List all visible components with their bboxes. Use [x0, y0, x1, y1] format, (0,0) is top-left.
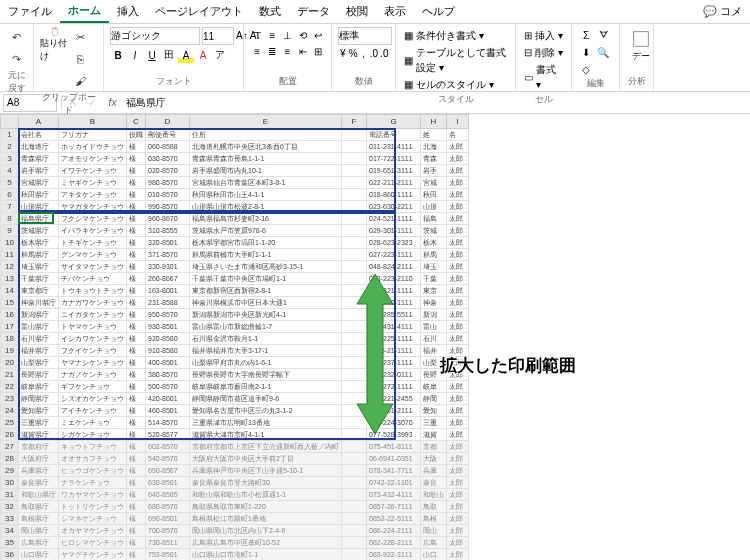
cell[interactable]: 山口県庁 — [19, 549, 59, 561]
insert-cells-button[interactable]: ⊞挿入 ▾ — [522, 27, 565, 44]
currency-button[interactable]: ¥ — [338, 45, 347, 61]
cell[interactable]: 太郎 — [447, 237, 469, 249]
cell[interactable]: 083-922-3111 — [367, 549, 421, 561]
cell[interactable]: シズオカケンチョウ — [59, 393, 127, 405]
dec-decimal-button[interactable]: .0 — [380, 45, 389, 61]
cell[interactable]: 岩手県庁 — [19, 165, 59, 177]
cell[interactable]: 栃木県庁 — [19, 237, 59, 249]
cell[interactable]: 山形県庁 — [19, 201, 59, 213]
cell[interactable] — [342, 129, 367, 141]
cut-button[interactable]: ✂ — [70, 27, 90, 47]
cell[interactable]: ヒロシマケンチョウ — [59, 537, 127, 549]
cell[interactable]: 静岡 — [421, 393, 447, 405]
cell[interactable]: 060-8588 — [146, 141, 190, 153]
cell[interactable]: 076-225-1111 — [367, 333, 421, 345]
cell[interactable]: 520-8577 — [146, 429, 190, 441]
cell[interactable]: 様 — [127, 357, 146, 369]
cell[interactable]: ワカヤマケンチョウ — [59, 489, 127, 501]
cell[interactable] — [342, 237, 367, 249]
row-header[interactable]: 1 — [1, 129, 19, 141]
cell[interactable]: 兵庫県神戸市中央区下山手通5-10-1 — [190, 465, 342, 477]
cell[interactable]: 058-272-1111 — [367, 381, 421, 393]
border-button[interactable]: 田 — [161, 47, 177, 63]
cell[interactable]: 石川県金沢市鞍月1-1 — [190, 333, 342, 345]
percent-button[interactable]: % — [348, 45, 357, 61]
tab-data[interactable]: データ — [289, 1, 338, 22]
cell[interactable] — [342, 405, 367, 417]
cell[interactable]: 086-224-2111 — [367, 525, 421, 537]
cell[interactable]: 371-8570 — [146, 249, 190, 261]
cell[interactable]: トヤマケンチョウ — [59, 321, 127, 333]
cell[interactable] — [342, 453, 367, 465]
cell[interactable]: 石川 — [421, 333, 447, 345]
number-format-select[interactable] — [338, 27, 392, 45]
cell[interactable]: 0776-21-1111 — [367, 345, 421, 357]
col-header-e[interactable]: E — [190, 115, 342, 129]
cell[interactable]: 和歌山 — [421, 489, 447, 501]
cell[interactable] — [342, 417, 367, 429]
tab-home[interactable]: ホーム — [60, 0, 109, 23]
cell[interactable]: 03-5321-1111 — [367, 285, 421, 297]
cell[interactable]: 奈良県庁 — [19, 477, 59, 489]
col-header-a[interactable]: A — [19, 115, 59, 129]
cell[interactable]: 和歌山県和歌山市小松原通1-1 — [190, 489, 342, 501]
underline-button[interactable]: U — [144, 47, 160, 63]
cell[interactable]: 三重 — [421, 417, 447, 429]
cell[interactable]: 新潟県新潟市中央区新光町4-1 — [190, 309, 342, 321]
cell[interactable] — [342, 393, 367, 405]
cell[interactable]: 山梨県甲府市丸の内1-6-1 — [190, 357, 342, 369]
cell[interactable]: 様 — [127, 549, 146, 561]
autosum-button[interactable]: Σ — [578, 27, 594, 43]
cell[interactable]: 0857-26-7111 — [367, 501, 421, 513]
cell[interactable]: 茨城県庁 — [19, 225, 59, 237]
cell[interactable]: 077-528-3993 — [367, 429, 421, 441]
cell[interactable]: 山形県山形市松波2-8-1 — [190, 201, 342, 213]
cell[interactable]: 福島県福島市杉妻町2-16 — [190, 213, 342, 225]
fill-color-button[interactable]: A — [178, 47, 194, 63]
cell[interactable]: 太郎 — [447, 549, 469, 561]
cell[interactable]: 太郎 — [447, 477, 469, 489]
cell[interactable]: 640-8585 — [146, 489, 190, 501]
cell[interactable]: オカヤマケンチョウ — [59, 525, 127, 537]
cell[interactable]: 048-824-2111 — [367, 261, 421, 273]
cell[interactable]: 様 — [127, 177, 146, 189]
cell[interactable]: 様 — [127, 453, 146, 465]
cell[interactable]: 様 — [127, 165, 146, 177]
cell[interactable]: 730-8511 — [146, 537, 190, 549]
cell[interactable]: 太郎 — [447, 501, 469, 513]
cell[interactable]: 023-630-2211 — [367, 201, 421, 213]
row-header[interactable]: 4 — [1, 165, 19, 177]
row-header[interactable]: 24 — [1, 405, 19, 417]
cell[interactable] — [342, 177, 367, 189]
col-header-f[interactable]: F — [342, 115, 367, 129]
align-middle-button[interactable]: ≡ — [265, 27, 279, 43]
cell[interactable]: 太郎 — [447, 189, 469, 201]
redo-button[interactable]: ↷ — [6, 49, 26, 69]
cell[interactable] — [342, 141, 367, 153]
cell[interactable]: イワテケンチョウ — [59, 165, 127, 177]
cell[interactable]: 滋賀 — [421, 429, 447, 441]
cell[interactable]: 太郎 — [447, 537, 469, 549]
cell[interactable]: 018-860-1111 — [367, 189, 421, 201]
cell[interactable]: 310-8555 — [146, 225, 190, 237]
cell[interactable] — [342, 537, 367, 549]
cell[interactable]: フクシマケンチョウ — [59, 213, 127, 225]
cell[interactable]: 愛知県庁 — [19, 405, 59, 417]
cell[interactable]: 太郎 — [447, 297, 469, 309]
cell[interactable]: 山梨県庁 — [19, 357, 59, 369]
cell[interactable] — [342, 549, 367, 561]
cell[interactable]: 029-301-1111 — [367, 225, 421, 237]
cell[interactable]: 大阪府庁 — [19, 453, 59, 465]
row-header[interactable]: 10 — [1, 237, 19, 249]
analyze-data-button[interactable]: デー — [626, 27, 656, 63]
cell[interactable] — [342, 321, 367, 333]
cell[interactable]: 様 — [127, 141, 146, 153]
cell[interactable]: 様 — [127, 237, 146, 249]
cell[interactable]: 北海道札幌市中央区北3条西6丁目 — [190, 141, 342, 153]
row-header[interactable]: 36 — [1, 549, 19, 561]
cell[interactable]: 太郎 — [447, 165, 469, 177]
cell[interactable]: 京都府庁 — [19, 441, 59, 453]
row-header[interactable]: 16 — [1, 309, 19, 321]
cell[interactable]: グンマケンチョウ — [59, 249, 127, 261]
row-header[interactable]: 8 — [1, 213, 19, 225]
